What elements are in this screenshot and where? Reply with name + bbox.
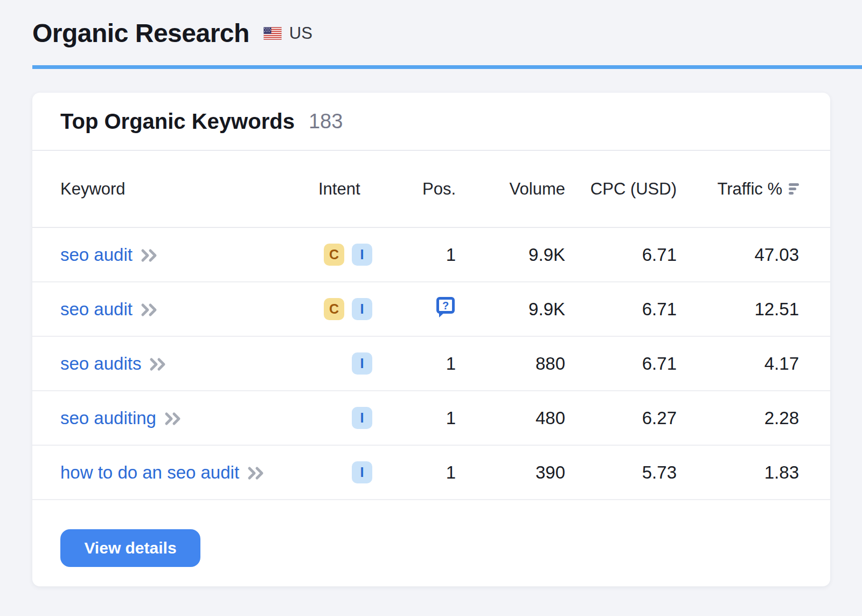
intent-badge-informational[interactable]: I: [352, 244, 372, 266]
keyword-link[interactable]: seo audit: [60, 245, 159, 265]
card-footer: View details: [32, 500, 830, 567]
position-value: 1: [372, 245, 456, 265]
people-also-ask-icon[interactable]: ?: [435, 296, 456, 322]
keyword-text: seo auditing: [60, 408, 156, 428]
intent-badge-commercial[interactable]: C: [324, 244, 344, 266]
column-header-intent: Intent: [318, 179, 372, 199]
keyword-link[interactable]: seo auditing: [60, 408, 183, 428]
traffic-value: 4.17: [677, 354, 799, 374]
country-label: US: [289, 24, 312, 43]
column-header-traffic[interactable]: Traffic %: [677, 179, 799, 199]
page-title: Organic Research: [32, 18, 249, 48]
table-row: seo auditing I 1 480 6.27 2.28: [32, 391, 830, 446]
double-chevron-icon: [141, 248, 159, 262]
cpc-value: 5.73: [565, 462, 677, 483]
column-header-keyword: Keyword: [60, 179, 318, 199]
intent-badge-informational[interactable]: I: [352, 407, 372, 429]
card-header: Top Organic Keywords 183: [32, 93, 830, 151]
double-chevron-icon: [247, 466, 266, 480]
volume-value: 390: [456, 462, 565, 483]
keyword-link[interactable]: how to do an seo audit: [60, 462, 266, 483]
double-chevron-icon: [164, 412, 183, 426]
keyword-text: seo audits: [60, 354, 141, 374]
cpc-value: 6.71: [565, 354, 677, 374]
volume-value: 480: [456, 408, 565, 428]
column-header-traffic-label: Traffic %: [717, 179, 782, 199]
traffic-value: 2.28: [677, 408, 799, 428]
traffic-value: 12.51: [677, 299, 799, 320]
keyword-link[interactable]: seo audits: [60, 354, 168, 374]
column-header-volume: Volume: [456, 179, 565, 199]
us-flag-icon: [263, 27, 282, 40]
table-header-row: Keyword Intent Pos. Volume CPC (USD) Tra…: [32, 151, 830, 228]
table-row: seo audit C I 1 9.9K 6.71 47.03: [32, 228, 830, 282]
keyword-link[interactable]: seo audit: [60, 299, 159, 320]
card-title: Top Organic Keywords: [60, 109, 295, 134]
view-details-button[interactable]: View details: [60, 529, 200, 567]
double-chevron-icon: [141, 303, 159, 317]
volume-value: 9.9K: [456, 245, 565, 265]
cpc-value: 6.71: [565, 299, 677, 320]
position-value: 1: [372, 408, 456, 428]
top-organic-keywords-card: Top Organic Keywords 183 Keyword Intent …: [32, 93, 830, 586]
traffic-value: 47.03: [677, 245, 799, 265]
table-row: seo audits I 1 880 6.71 4.17: [32, 337, 830, 391]
position-value: 1: [372, 462, 456, 483]
page-header: Organic Research: [0, 0, 862, 48]
volume-value: 880: [456, 354, 565, 374]
table-row: how to do an seo audit I 1 390 5.73 1.83: [32, 446, 830, 500]
intent-badge-informational[interactable]: I: [352, 352, 372, 375]
sort-desc-icon: [789, 183, 799, 195]
traffic-value: 1.83: [677, 462, 799, 483]
keyword-text: seo audit: [60, 245, 133, 265]
header-accent-line: [32, 65, 862, 69]
position-value: 1: [372, 354, 456, 374]
svg-text:?: ?: [442, 300, 449, 312]
keyword-text: how to do an seo audit: [60, 462, 239, 483]
intent-badge-informational[interactable]: I: [352, 461, 372, 483]
intent-badge-commercial[interactable]: C: [324, 298, 344, 320]
double-chevron-icon: [149, 357, 168, 371]
cpc-value: 6.27: [565, 408, 677, 428]
intent-badge-informational[interactable]: I: [352, 298, 372, 320]
table-row: seo audit C I ? 9.9K 6.71 12.51: [32, 282, 830, 337]
column-header-pos: Pos.: [372, 179, 456, 199]
volume-value: 9.9K: [456, 299, 565, 320]
keyword-text: seo audit: [60, 299, 133, 320]
cpc-value: 6.71: [565, 245, 677, 265]
keywords-count: 183: [309, 110, 343, 133]
column-header-cpc: CPC (USD): [565, 179, 677, 199]
